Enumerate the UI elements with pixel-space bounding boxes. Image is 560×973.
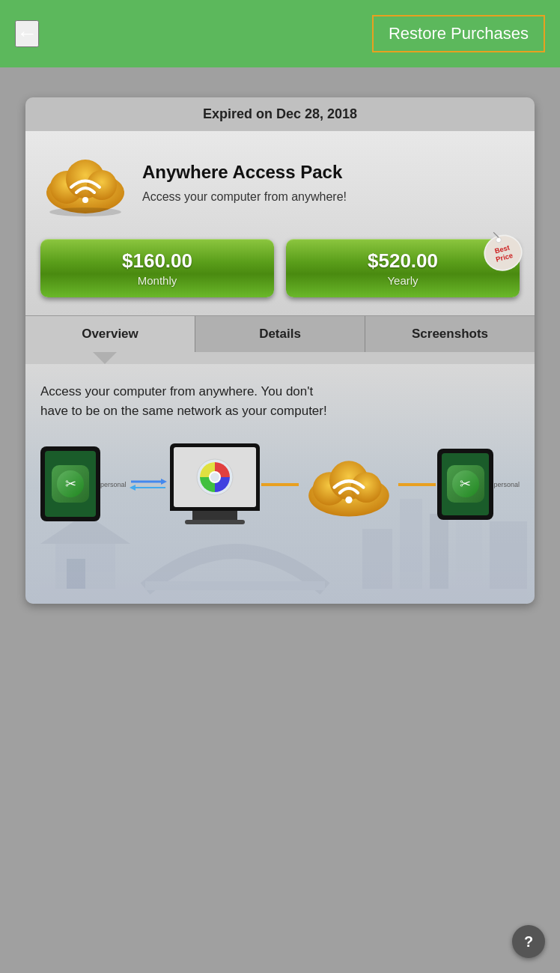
svg-point-28 <box>210 473 219 482</box>
monthly-price-period: Monthly <box>48 274 267 287</box>
svg-point-5 <box>49 207 121 216</box>
right-scissors-icon: ✂ <box>460 476 471 492</box>
svg-point-8 <box>496 237 502 243</box>
right-tablet-device: ✂ personal <box>437 449 520 520</box>
monthly-price-amount: $160.00 <box>48 249 267 273</box>
product-top-section: Anywhere Access Pack Access your compute… <box>25 131 535 315</box>
help-button[interactable]: ? <box>512 925 545 958</box>
best-price-tag-icon: Best Price <box>481 231 526 275</box>
main-content: Expired on Dec 28, 2018 <box>0 67 560 619</box>
blue-arrows-icon <box>130 473 167 495</box>
header: ← Restore Purchases <box>0 0 560 67</box>
svg-point-33 <box>350 472 381 503</box>
product-description: Access your computer from anywhere! <box>142 189 347 205</box>
svg-marker-22 <box>161 479 167 485</box>
yellow-line-icon <box>261 482 299 488</box>
scissors-icon: ✂ <box>65 476 76 492</box>
svg-rect-15 <box>145 581 325 590</box>
product-text: Anywhere Access Pack Access your compute… <box>142 162 347 205</box>
desktop-screen-icon <box>192 457 237 498</box>
tab-indicator <box>25 352 535 364</box>
center-connection-line <box>261 477 299 491</box>
back-button[interactable]: ← <box>15 20 39 47</box>
svg-marker-24 <box>130 485 136 491</box>
restore-purchases-button[interactable]: Restore Purchases <box>372 15 545 52</box>
svg-rect-20 <box>490 521 527 589</box>
overview-panel: Access your computer from anywhere. You … <box>25 364 535 604</box>
desktop-base <box>185 520 245 524</box>
right-connection-line <box>398 477 436 491</box>
svg-point-3 <box>87 170 117 200</box>
yearly-price-period: Yearly <box>293 274 512 287</box>
yearly-price-amount: $520.00 <box>293 249 512 273</box>
desktop-stand <box>192 511 237 520</box>
tab-details[interactable]: Details <box>195 316 365 352</box>
product-card: Expired on Dec 28, 2018 <box>25 97 535 604</box>
tab-overview[interactable]: Overview <box>25 316 195 352</box>
svg-rect-14 <box>67 559 85 589</box>
left-connection-arrows <box>130 473 167 495</box>
left-tablet-device: ✂ personal <box>40 446 127 521</box>
center-cloud-icon <box>300 443 398 525</box>
svg-point-34 <box>345 497 352 503</box>
svg-rect-16 <box>362 529 392 589</box>
monthly-price-button[interactable]: $160.00 Monthly <box>40 239 274 297</box>
tab-arrow-icon <box>93 352 117 364</box>
product-title: Anywhere Access Pack <box>142 162 347 183</box>
price-buttons: $160.00 Monthly $520.00 Yearly <box>40 239 520 297</box>
product-info: Anywhere Access Pack Access your compute… <box>40 146 520 221</box>
cloud-wifi-icon <box>40 146 130 221</box>
expired-banner: Expired on Dec 28, 2018 <box>25 97 535 131</box>
left-app-icon: ✂ <box>52 465 89 503</box>
tab-screenshots[interactable]: Screenshots <box>365 316 535 352</box>
yearly-price-button[interactable]: $520.00 Yearly Best Price <box>286 239 520 297</box>
right-app-icon: ✂ <box>447 465 484 503</box>
svg-rect-18 <box>430 514 448 589</box>
svg-point-4 <box>82 197 88 203</box>
overview-description: Access your computer from anywhere. You … <box>40 382 340 420</box>
right-yellow-line-icon <box>398 482 436 488</box>
tabs-bar: Overview Details Screenshots <box>25 315 535 352</box>
desktop-device <box>170 443 260 524</box>
device-illustration: ✂ personal <box>40 443 520 525</box>
